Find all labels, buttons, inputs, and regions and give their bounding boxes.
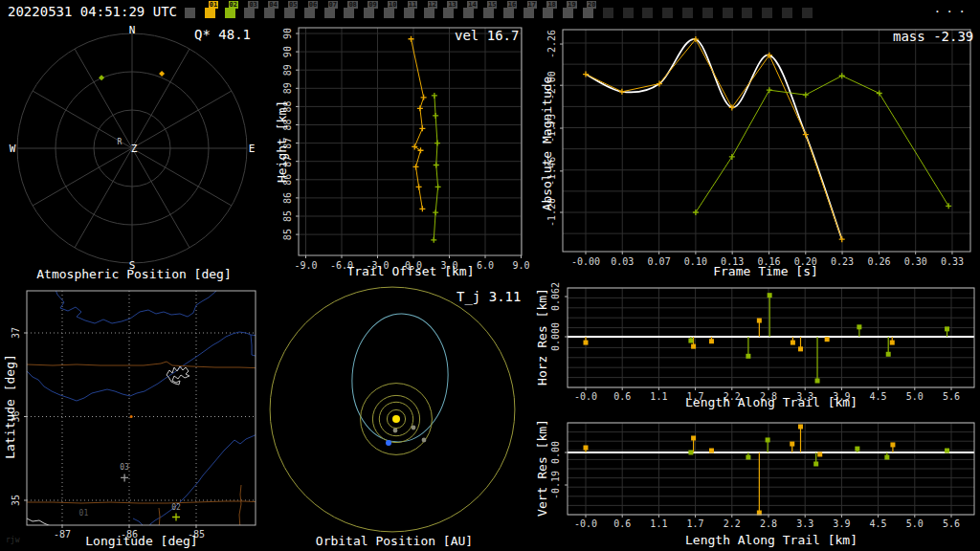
camera-slot-label: 18: [546, 1, 556, 9]
camera-slot-08[interactable]: 08: [344, 8, 354, 18]
camera-slot-label: 07: [328, 1, 338, 9]
camera-slot-label: 13: [447, 1, 457, 9]
camera-slot-05[interactable]: 05: [284, 8, 295, 18]
svg-text:-0.0: -0.0: [574, 391, 597, 402]
camera-slot-12[interactable]: 12: [424, 8, 434, 18]
camera-slot-14[interactable]: 14: [463, 8, 474, 18]
camera-slot-blank-29[interactable]: [762, 8, 772, 18]
camera-slot-label: 17: [527, 1, 537, 9]
horz-ylabel: Horz Res [km]: [535, 288, 549, 386]
trail-ylabel: Height [km]: [275, 100, 289, 183]
svg-text:E: E: [249, 143, 256, 155]
camera-slot-16[interactable]: 16: [503, 8, 514, 18]
mass-stat: mass -2.39: [893, 29, 973, 44]
overflow-menu-icon[interactable]: ···: [934, 4, 970, 18]
atmos-title: Atmospheric Position [deg]: [36, 267, 232, 281]
camera-slot-label: 10: [388, 1, 397, 9]
svg-text:02: 02: [171, 503, 181, 512]
camera-slot-blank-27[interactable]: [723, 8, 733, 18]
svg-text:0.23: 0.23: [831, 256, 854, 267]
camera-slot-blank-23[interactable]: [642, 8, 653, 18]
vert-xlabel: Length Along Trail [km]: [685, 533, 858, 547]
camera-slot-blank-31[interactable]: [802, 8, 813, 18]
camera-slot-13[interactable]: 13: [443, 8, 454, 18]
svg-text:90: 90: [282, 46, 293, 57]
camera-slot-04[interactable]: 04: [264, 8, 275, 18]
watermark: rjw: [6, 536, 19, 544]
camera-slot-label: 05: [288, 1, 298, 9]
svg-text:0.03: 0.03: [611, 256, 634, 267]
camera-slot-label: 08: [347, 1, 357, 9]
camera-slot-label: 20: [587, 1, 596, 9]
vert-ylabel: Vert Res [km]: [535, 419, 549, 517]
svg-text:0.6: 0.6: [613, 391, 631, 402]
orbit-title: Orbital Position [AU]: [316, 534, 473, 548]
svg-text:89: 89: [282, 64, 293, 76]
svg-text:6.0: 6.0: [477, 260, 494, 271]
camera-slot-07[interactable]: 07: [324, 8, 335, 18]
camera-slot-18[interactable]: 18: [543, 8, 553, 18]
camera-slot-label: 16: [507, 1, 517, 9]
map-xlabel: Longitude [deg]: [85, 534, 197, 548]
camera-slot-label: 04: [268, 1, 278, 9]
svg-text:0.10: 0.10: [684, 256, 707, 267]
camera-slot-label: 14: [467, 1, 477, 9]
svg-text:-0.0: -0.0: [574, 518, 597, 529]
svg-text:-0.19: -0.19: [550, 471, 561, 499]
svg-text:9.0: 9.0: [512, 260, 529, 271]
svg-text:0.26: 0.26: [867, 256, 890, 267]
svg-text:90: 90: [282, 28, 293, 39]
svg-text:4.5: 4.5: [870, 518, 887, 529]
trail-xlabel: Trail Offset [km]: [346, 264, 474, 278]
camera-slot-17[interactable]: 17: [523, 8, 534, 18]
svg-text:0.33: 0.33: [941, 256, 964, 267]
camera-slot-label: 19: [567, 1, 576, 9]
svg-text:Z: Z: [131, 143, 138, 155]
mag-xlabel: Frame Time [s]: [713, 264, 818, 278]
svg-text:85: 85: [282, 210, 293, 222]
svg-text:-87: -87: [54, 529, 71, 540]
camera-slot-10[interactable]: 10: [384, 8, 394, 18]
svg-text:0.30: 0.30: [904, 256, 927, 267]
camera-slot-blank-30[interactable]: [782, 8, 792, 18]
camera-slot-blank-25[interactable]: [682, 8, 693, 18]
residuals-plot: -0.00.61.11.72.22.83.33.94.55.05.60.0620…: [531, 282, 980, 551]
camera-slot-label: 11: [408, 1, 417, 9]
camera-slot-20[interactable]: 20: [583, 8, 593, 18]
camera-slot-blank-0[interactable]: [185, 8, 195, 18]
svg-text:85: 85: [282, 229, 293, 240]
utc-timestamp: 20220531 04:51:29 UTC: [8, 4, 177, 19]
camera-slot-03[interactable]: 03: [244, 8, 255, 18]
camera-slot-label: 15: [487, 1, 497, 9]
camera-slot-02[interactable]: 02: [225, 8, 235, 18]
camera-slot-blank-28[interactable]: [742, 8, 752, 18]
camera-slot-19[interactable]: 19: [563, 8, 573, 18]
svg-text:R: R: [118, 138, 122, 146]
svg-text:5.0: 5.0: [906, 391, 924, 402]
tisserand-stat: T_j 3.11: [457, 289, 521, 304]
camera-slot-01[interactable]: 01: [205, 8, 215, 18]
camera-slot-11[interactable]: 11: [404, 8, 414, 18]
camera-slot-blank-21[interactable]: [603, 8, 613, 18]
svg-text:03: 03: [120, 463, 129, 472]
svg-text:5.0: 5.0: [906, 518, 924, 529]
camera-slot-blank-22[interactable]: [623, 8, 634, 18]
camera-slot-label: 09: [368, 1, 377, 9]
horz-xlabel: Length Along Trail [km]: [685, 395, 858, 409]
camera-slot-15[interactable]: 15: [483, 8, 494, 18]
trail-offset-plot: -9.0-6.0-3.00.03.06.09.09090898988888787…: [268, 24, 531, 282]
svg-text:4.5: 4.5: [870, 391, 887, 402]
camera-slot-09[interactable]: 09: [364, 8, 374, 18]
camera-slot-blank-24[interactable]: [662, 8, 673, 18]
svg-text:3.3: 3.3: [796, 518, 813, 529]
camera-slot-blank-26[interactable]: [702, 8, 713, 18]
q-star-stat: Q* 48.1: [194, 27, 251, 42]
svg-text:1.1: 1.1: [650, 518, 667, 529]
svg-text:35: 35: [11, 495, 21, 506]
svg-text:5.6: 5.6: [943, 391, 960, 402]
camera-slot-06[interactable]: 06: [304, 8, 315, 18]
svg-text:0.00: 0.00: [550, 441, 561, 464]
camera-slot-label: 01: [209, 1, 218, 9]
svg-text:01: 01: [79, 509, 89, 518]
svg-text:0.6: 0.6: [613, 518, 631, 529]
